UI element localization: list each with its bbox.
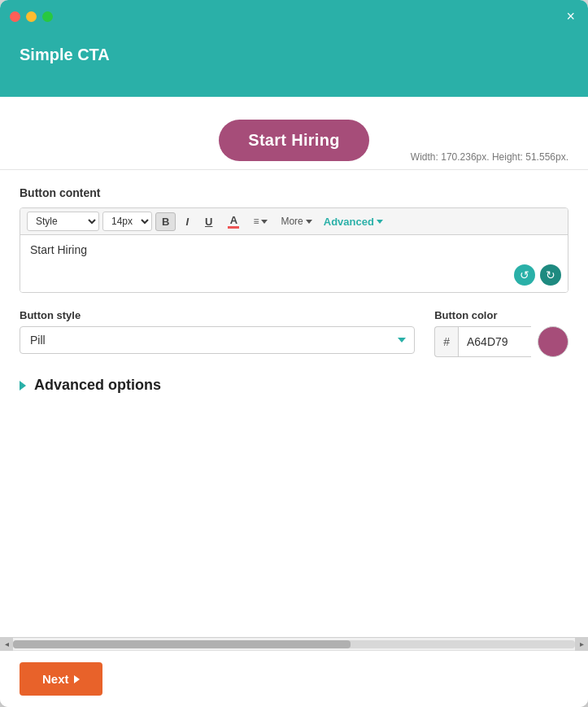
- font-color-button[interactable]: A: [222, 212, 245, 231]
- advanced-button[interactable]: Advanced: [324, 216, 383, 228]
- rich-text-toolbar: Style Normal Heading 1 Heading 2 14px 12…: [20, 207, 568, 293]
- traffic-lights: [10, 11, 53, 22]
- scroll-right-button[interactable]: ▸: [575, 638, 588, 651]
- window-title: Simple CTA: [20, 46, 110, 63]
- preview-area: Start Hiring Width: 170.236px. Height: 5…: [0, 97, 588, 170]
- button-style-label: Button style: [20, 309, 415, 321]
- font-color-label: A: [230, 214, 237, 226]
- scroll-thumb[interactable]: [13, 640, 351, 648]
- font-size-select[interactable]: 14px 12px 16px 18px 24px: [102, 212, 152, 231]
- color-hex-input[interactable]: [458, 326, 531, 357]
- underline-button[interactable]: U: [198, 212, 219, 231]
- close-button[interactable]: ×: [566, 9, 575, 24]
- titlebar: ×: [0, 0, 588, 33]
- header: Simple CTA: [0, 33, 588, 81]
- style-color-row: Button style Pill Rectangle Round Button…: [0, 309, 588, 370]
- app-window: × Simple CTA Start Hiring Width: 170.236…: [0, 0, 588, 707]
- horizontal-scrollbar[interactable]: ◂ ▸: [0, 637, 588, 650]
- italic-button[interactable]: I: [179, 212, 195, 231]
- advanced-options-toggle[interactable]: Advanced options: [0, 370, 588, 407]
- style-select[interactable]: Style Normal Heading 1 Heading 2: [27, 212, 99, 231]
- tab-area: [0, 81, 588, 97]
- scroll-track: [13, 640, 575, 648]
- editor-action-icons: ↺ ↻: [514, 264, 561, 286]
- button-content-section: Button content Style Normal Heading 1 He…: [0, 170, 588, 309]
- traffic-light-green[interactable]: [42, 11, 53, 22]
- button-style-select[interactable]: Pill Rectangle Round: [20, 326, 415, 354]
- traffic-light-yellow[interactable]: [26, 11, 37, 22]
- next-button[interactable]: Next: [20, 662, 102, 696]
- main-content: Button content Style Normal Heading 1 He…: [0, 170, 588, 637]
- advanced-chevron-icon: [377, 220, 383, 224]
- next-arrow-icon: [74, 675, 80, 683]
- chevron-right-icon: [20, 381, 26, 391]
- scroll-left-button[interactable]: ◂: [0, 638, 13, 651]
- align-button[interactable]: ≡: [248, 213, 272, 229]
- footer: Next: [0, 650, 588, 707]
- button-color-label: Button color: [434, 309, 568, 321]
- redo-icon-button[interactable]: ↻: [540, 264, 561, 286]
- more-chevron-icon: [306, 220, 312, 224]
- align-chevron-icon: [261, 220, 268, 224]
- dimensions-text: Width: 170.236px. Height: 51.556px.: [411, 151, 568, 163]
- traffic-light-red[interactable]: [10, 11, 20, 22]
- color-input-group: #: [434, 326, 568, 357]
- section-label-button-content: Button content: [20, 186, 568, 199]
- color-swatch[interactable]: [538, 326, 568, 357]
- button-style-group: Button style Pill Rectangle Round: [20, 309, 415, 354]
- next-label: Next: [42, 672, 69, 686]
- more-button[interactable]: More: [276, 213, 316, 229]
- undo-icon-button[interactable]: ↺: [514, 264, 535, 286]
- font-color-indicator: [228, 226, 239, 229]
- editor-text: Start Hiring: [30, 243, 87, 256]
- hash-symbol: #: [434, 326, 458, 357]
- toolbar-controls: Style Normal Heading 1 Heading 2 14px 12…: [20, 208, 568, 235]
- text-editor-area[interactable]: Start Hiring ↺ ↻: [20, 235, 568, 292]
- button-color-group: Button color #: [434, 309, 568, 357]
- advanced-options-label: Advanced options: [34, 377, 161, 394]
- preview-cta-button[interactable]: Start Hiring: [219, 120, 369, 161]
- bold-button[interactable]: B: [155, 212, 176, 231]
